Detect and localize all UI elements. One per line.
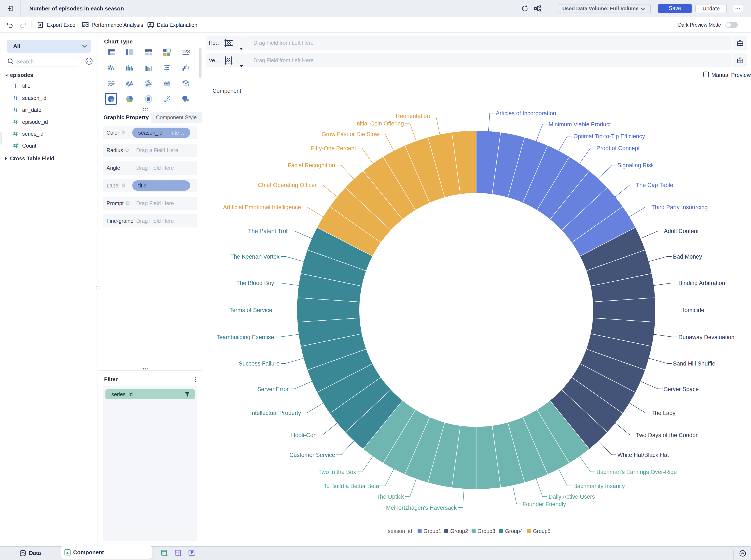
svg-text:To Build a Better Beta: To Build a Better Beta: [324, 483, 379, 489]
svg-text:The Uptick: The Uptick: [377, 494, 404, 500]
svg-text:Group3: Group3: [478, 528, 495, 534]
svg-text:Artificial Emotional Intellige: Artificial Emotional Intelligence: [223, 204, 301, 211]
svg-text:Terms of Service: Terms of Service: [229, 307, 272, 313]
svg-text:Meinertzhagen's Haversack: Meinertzhagen's Haversack: [386, 505, 457, 511]
svg-text:The Patent Troll: The Patent Troll: [248, 228, 289, 234]
svg-text:Success Failure: Success Failure: [239, 360, 280, 367]
svg-text:season_id: season_id: [388, 528, 412, 534]
svg-text:Optimal Tip-to-Tip Efficiency: Optimal Tip-to-Tip Efficiency: [573, 133, 645, 140]
svg-text:The Blood Boy: The Blood Boy: [237, 280, 274, 286]
svg-text:Signaling Risk: Signaling Risk: [617, 162, 654, 168]
svg-text:Minimum Viable Product: Minimum Viable Product: [548, 121, 611, 127]
svg-text:123: 123: [182, 48, 189, 54]
svg-text:Bad Money: Bad Money: [673, 254, 702, 260]
svg-text:The Cap Table: The Cap Table: [636, 182, 673, 188]
svg-text:Third Party Insourcing: Third Party Insourcing: [652, 204, 708, 211]
svg-text:Reorientation: Reorientation: [396, 113, 430, 119]
svg-text:Initial Coin Offering: Initial Coin Offering: [355, 120, 404, 127]
svg-text:Chief Operating Officer: Chief Operating Officer: [258, 182, 317, 188]
svg-text:Teambuilding Exercise: Teambuilding Exercise: [217, 334, 274, 340]
svg-text:Fifty-One Percent: Fifty-One Percent: [311, 145, 356, 152]
svg-text:Runaway Devaluation: Runaway Devaluation: [678, 334, 734, 340]
svg-text:Group1: Group1: [424, 528, 441, 534]
svg-text:Articles of Incorporation: Articles of Incorporation: [495, 110, 556, 117]
svg-text:Bachman's Earnings Over-Ride: Bachman's Earnings Over-Ride: [596, 469, 677, 475]
svg-text:Group5: Group5: [533, 528, 550, 534]
svg-text:Two Days of the Condor: Two Days of the Condor: [636, 432, 697, 438]
svg-text:Intellectual Property: Intellectual Property: [250, 410, 301, 416]
svg-text:Adult Content: Adult Content: [664, 228, 699, 234]
svg-text:Daily Active Users: Daily Active Users: [548, 494, 595, 500]
svg-text:Group4: Group4: [505, 528, 523, 534]
svg-text:Grow Fast or Die Slow: Grow Fast or Die Slow: [322, 131, 379, 137]
svg-text:Hooli-Con: Hooli-Con: [291, 432, 317, 438]
svg-text:Two in the Box: Two in the Box: [319, 469, 356, 475]
svg-text:Facial Recognition: Facial Recognition: [288, 162, 335, 168]
svg-text:Binding Arbitration: Binding Arbitration: [678, 280, 725, 286]
svg-text:White Hat/Black Hat: White Hat/Black Hat: [617, 452, 669, 458]
svg-text:Bachmanity Insanity: Bachmanity Insanity: [573, 483, 625, 489]
svg-text:Sand Hill Shuffle: Sand Hill Shuffle: [673, 360, 715, 367]
svg-text:The Keenan Vortex: The Keenan Vortex: [230, 254, 280, 260]
svg-text:Founder Friendly: Founder Friendly: [523, 501, 566, 507]
svg-text:Customer Service: Customer Service: [289, 452, 335, 458]
svg-text:The Lady: The Lady: [652, 410, 676, 416]
svg-text:Server Error: Server Error: [257, 386, 289, 392]
svg-text:Server Space: Server Space: [664, 386, 699, 392]
svg-text:Homicide: Homicide: [680, 307, 704, 313]
svg-text:Group2: Group2: [450, 528, 468, 534]
svg-text:Proof of Concept: Proof of Concept: [596, 145, 640, 152]
